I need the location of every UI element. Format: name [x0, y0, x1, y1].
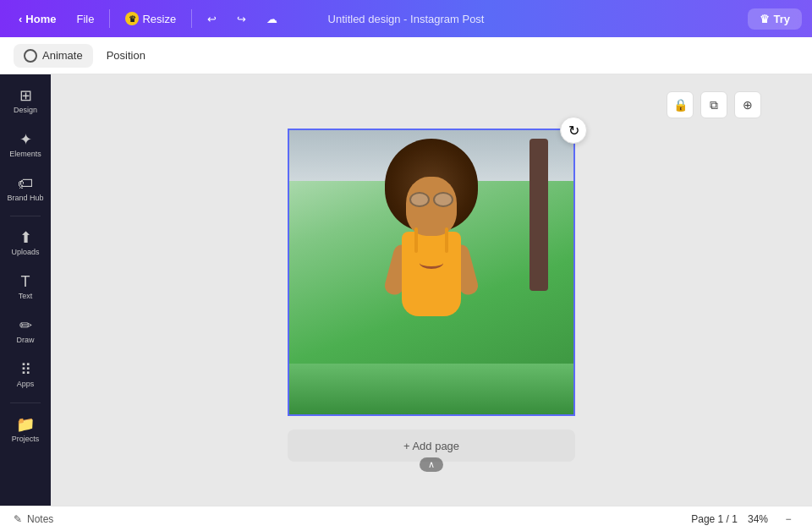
sidebar-item-draw[interactable]: ✏ Draw: [3, 311, 47, 352]
sidebar-separator2: [10, 402, 41, 403]
sidebar-draw-label: Draw: [16, 336, 34, 345]
grass-bg: [289, 364, 573, 414]
page-indicator: Page 1 / 1: [691, 513, 738, 525]
text-icon: T: [21, 274, 30, 289]
zoom-level: 34%: [748, 513, 768, 525]
projects-icon: 📁: [16, 417, 35, 432]
dress-strap-left: [414, 227, 418, 253]
notes-label: Notes: [27, 513, 53, 525]
dress-strap-right: [445, 227, 448, 253]
main-area: ⊞ Design ✦ Elements 🏷 Brand Hub ⬆ Upload…: [0, 74, 812, 506]
file-label: File: [76, 13, 94, 25]
sidebar-item-uploads[interactable]: ⬆ Uploads: [3, 223, 47, 264]
home-label: Home: [25, 13, 56, 25]
bottom-right-controls: Page 1 / 1 34% −: [691, 509, 798, 529]
position-label: Position: [107, 49, 145, 62]
home-button[interactable]: ‹ Home: [10, 9, 64, 29]
try-button[interactable]: ♛ Try: [748, 8, 802, 30]
sidebar-item-elements[interactable]: ✦ Elements: [3, 125, 47, 166]
copy-button[interactable]: ⧉: [700, 91, 727, 118]
top-bar: ‹ Home File ♛ Resize ↩ ↪ ☁ Untitled desi…: [0, 0, 812, 37]
undo-icon: ↩: [207, 13, 217, 25]
uploads-icon: ⬆: [19, 230, 32, 245]
rotate-handle[interactable]: ↻: [560, 117, 587, 144]
cloud-icon: ☁: [266, 13, 277, 25]
sidebar-item-brand-hub[interactable]: 🏷 Brand Hub: [3, 169, 47, 210]
figure-smile: [420, 257, 443, 269]
sidebar-projects-label: Projects: [12, 435, 40, 444]
notes-button[interactable]: ✎ Notes: [14, 513, 53, 525]
resize-button[interactable]: ♛ Resize: [117, 8, 184, 29]
canvas-frame[interactable]: [288, 129, 575, 416]
sidebar-item-projects[interactable]: 📁 Projects: [3, 410, 47, 451]
sidebar-item-design[interactable]: ⊞ Design: [3, 81, 47, 122]
figure-glasses: [405, 192, 458, 207]
sidebar-brand-label: Brand Hub: [7, 194, 43, 203]
lock-button[interactable]: 🔒: [667, 91, 694, 118]
animate-icon: [24, 49, 37, 63]
tree-trunk: [529, 139, 548, 291]
divider2: [191, 9, 192, 28]
elements-icon: ✦: [19, 132, 32, 147]
apps-icon: ⠿: [20, 362, 31, 377]
animate-label: Animate: [42, 49, 83, 62]
sidebar-apps-label: Apps: [17, 380, 35, 389]
position-button[interactable]: Position: [96, 44, 156, 67]
cloud-button[interactable]: ☁: [258, 9, 286, 29]
sidebar-item-text[interactable]: T Text: [3, 267, 47, 308]
canvas-tools: 🔒 ⧉ ⊕: [667, 91, 761, 118]
canvas-image: [289, 130, 573, 414]
add-element-button[interactable]: ⊕: [734, 91, 761, 118]
sidebar-text-label: Text: [19, 292, 33, 301]
sidebar-elements-label: Elements: [9, 150, 41, 159]
try-label: Try: [773, 13, 790, 25]
canvas-area: 🔒 ⧉ ⊕: [51, 74, 812, 506]
add-page-label: + Add page: [403, 440, 459, 452]
redo-button[interactable]: ↪: [228, 9, 255, 29]
design-icon: ⊞: [19, 88, 32, 103]
secondary-toolbar: Animate Position: [0, 37, 812, 74]
notes-icon: ✎: [14, 513, 22, 525]
divider: [109, 9, 110, 28]
sidebar: ⊞ Design ✦ Elements 🏷 Brand Hub ⬆ Upload…: [0, 74, 51, 506]
animate-button[interactable]: Animate: [14, 44, 93, 68]
sidebar-design-label: Design: [14, 106, 37, 115]
sidebar-item-apps[interactable]: ⠿ Apps: [3, 355, 47, 396]
scroll-up-indicator[interactable]: ∧: [420, 457, 443, 472]
sidebar-separator: [10, 216, 41, 216]
crown-badge: ♛: [125, 12, 139, 25]
chevron-left-icon: ‹: [19, 13, 22, 25]
zoom-in-button[interactable]: −: [778, 509, 798, 529]
canvas-wrapper: ↻: [288, 129, 575, 416]
draw-icon: ✏: [19, 318, 32, 333]
glass-right: [433, 192, 453, 207]
sidebar-uploads-label: Uploads: [11, 248, 39, 257]
undo-button[interactable]: ↩: [199, 9, 225, 29]
document-title: Untitled design - Instagram Post: [328, 13, 485, 25]
file-button[interactable]: File: [68, 9, 102, 29]
resize-label: Resize: [142, 13, 176, 25]
bottom-bar: ✎ Notes Page 1 / 1 34% −: [0, 506, 812, 531]
figure-body: [402, 232, 461, 316]
brand-hub-icon: 🏷: [18, 176, 33, 191]
redo-icon: ↪: [237, 13, 246, 25]
crown-icon: ♛: [760, 13, 770, 25]
glass-left: [409, 192, 430, 207]
